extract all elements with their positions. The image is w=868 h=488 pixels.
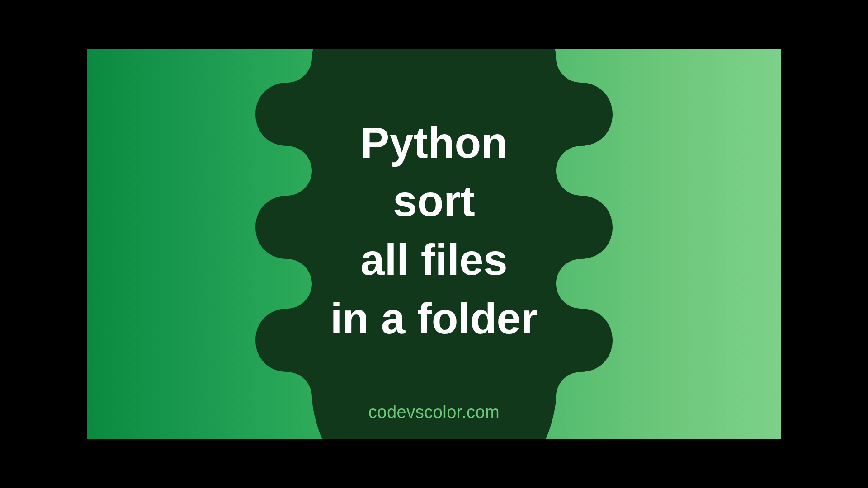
title-line-2: sort <box>393 172 475 230</box>
title-line-4: in a folder <box>330 289 538 348</box>
title-line-3: all files <box>360 230 508 289</box>
watermark-text: codevscolor.com <box>368 403 500 422</box>
title-line-1: Python <box>360 113 507 172</box>
title-container: Python sort all files in a folder <box>87 49 781 439</box>
banner-graphic: Python sort all files in a folder codevs… <box>87 49 781 439</box>
